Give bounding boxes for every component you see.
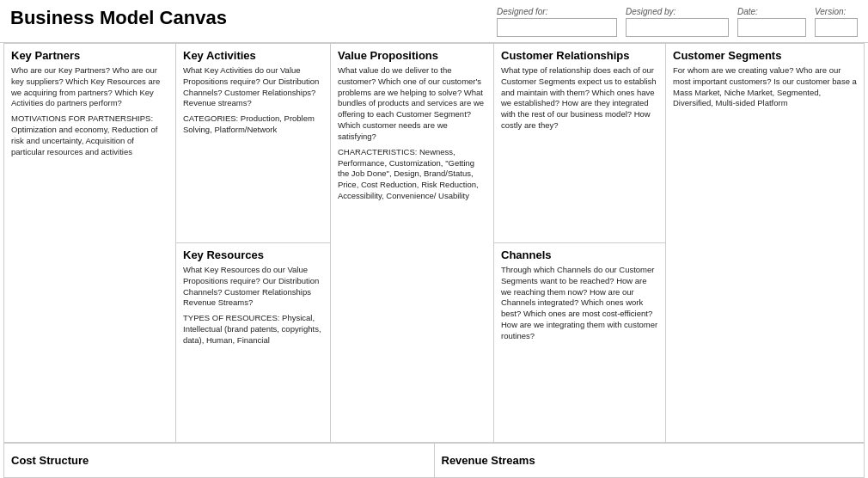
designed-for-label: Designed for:: [497, 7, 617, 16]
cost-structure-cell: Cost Structure: [4, 444, 435, 477]
designed-by-field: Designed by:: [626, 7, 729, 37]
version-input[interactable]: [815, 18, 858, 37]
key-partners-cell: Key Partners Who are our Key Partners? W…: [4, 44, 176, 442]
canvas-main: Key Partners Who are our Key Partners? W…: [3, 43, 865, 478]
designed-for-field: Designed for:: [497, 7, 617, 37]
designed-for-input[interactable]: [497, 18, 617, 37]
key-resources-title: Key Resources: [183, 248, 323, 261]
channels-cell: Channels Through which Channels do our C…: [494, 243, 665, 442]
customer-relationships-title: Customer Relationships: [501, 49, 658, 62]
key-resources-cell: Key Resources What Key Resources do our …: [176, 243, 330, 442]
header: Business Model Canvas Designed for: Desi…: [0, 0, 868, 43]
value-propositions-body: What value do we deliver to the customer…: [338, 65, 486, 202]
customer-relationships-text1: What type of relationship does each of o…: [501, 65, 658, 132]
customer-relationships-cell: Customer Relationships What type of rela…: [494, 44, 665, 243]
key-activities-text1: What Key Activities do our Value Proposi…: [183, 65, 323, 109]
canvas-bottom: Cost Structure Revenue Streams: [4, 443, 864, 477]
page: Business Model Canvas Designed for: Desi…: [0, 0, 868, 478]
key-partners-body: Who are our Key Partners? Who are our ke…: [11, 65, 168, 158]
customer-segments-text1: For whom are we creating value? Who are …: [673, 65, 857, 109]
designed-by-input[interactable]: [626, 18, 729, 37]
channels-body: Through which Channels do our Customer S…: [501, 265, 658, 342]
page-title: Business Model Canvas: [10, 7, 227, 29]
key-activities-text2: CATEGORIES: Production, Problem Solving,…: [183, 113, 323, 136]
customer-segments-cell: Customer Segments For whom are we creati…: [666, 44, 864, 442]
key-resources-text2: TYPES OF RESOURCES: Physical, Intellectu…: [183, 313, 323, 346]
date-field: Date:: [737, 7, 806, 37]
channels-title: Channels: [501, 248, 658, 261]
activities-resources-col: Key Activities What Key Activities do ou…: [176, 44, 331, 442]
title-area: Business Model Canvas: [10, 7, 227, 29]
value-propositions-text2: CHARACTERISTICS: Newness, Performance, C…: [338, 147, 486, 202]
header-fields: Designed for: Designed by: Date: Version…: [237, 7, 858, 37]
designed-by-label: Designed by:: [626, 7, 729, 16]
key-activities-body: What Key Activities do our Value Proposi…: [183, 65, 323, 136]
value-propositions-cell: Value Propositions What value do we deli…: [331, 44, 494, 442]
customer-relationships-body: What type of relationship does each of o…: [501, 65, 658, 132]
rel-channels-col: Customer Relationships What type of rela…: [494, 44, 666, 442]
date-label: Date:: [737, 7, 806, 16]
version-label: Version:: [815, 7, 858, 16]
value-propositions-title: Value Propositions: [338, 49, 486, 62]
canvas-top: Key Partners Who are our Key Partners? W…: [4, 44, 864, 443]
key-resources-text1: What Key Resources do our Value Proposit…: [183, 265, 323, 309]
revenue-streams-title: Revenue Streams: [442, 454, 535, 467]
version-field: Version:: [815, 7, 858, 37]
key-partners-title: Key Partners: [11, 49, 168, 62]
value-propositions-text1: What value do we deliver to the customer…: [338, 65, 486, 143]
key-resources-body: What Key Resources do our Value Proposit…: [183, 265, 323, 346]
key-partners-text2: MOTIVATIONS FOR PARTNERSHIPS: Optimizati…: [11, 113, 168, 157]
cost-structure-title: Cost Structure: [11, 454, 89, 467]
customer-segments-body: For whom are we creating value? Who are …: [673, 65, 857, 109]
customer-segments-title: Customer Segments: [673, 49, 857, 62]
key-activities-cell: Key Activities What Key Activities do ou…: [176, 44, 330, 243]
date-input[interactable]: [737, 18, 806, 37]
key-partners-text1: Who are our Key Partners? Who are our ke…: [11, 65, 168, 109]
revenue-streams-cell: Revenue Streams: [435, 444, 865, 477]
channels-text1: Through which Channels do our Customer S…: [501, 265, 658, 342]
key-activities-title: Key Activities: [183, 49, 323, 62]
